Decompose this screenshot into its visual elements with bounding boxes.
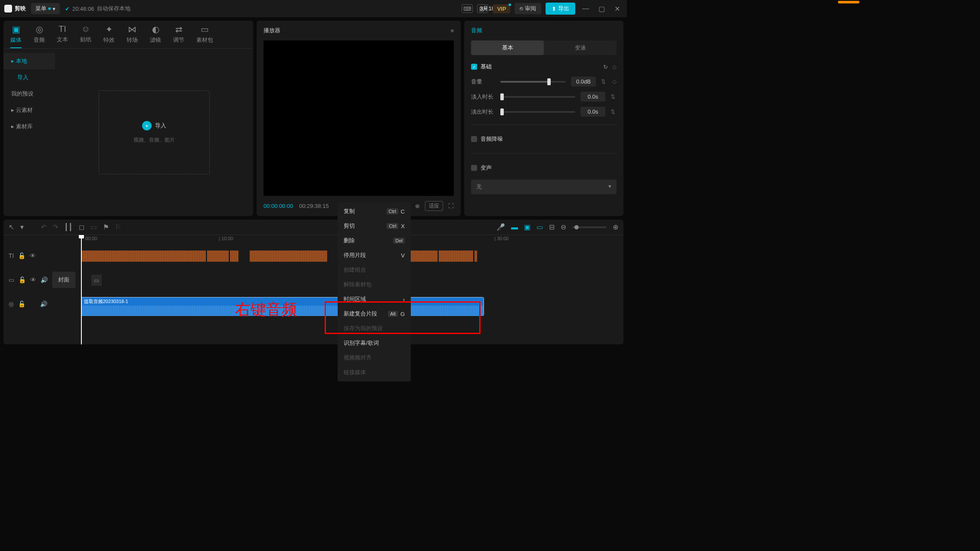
- app-name: 剪映: [15, 5, 26, 12]
- speaker-icon[interactable]: 🔊: [40, 276, 48, 283]
- ctx-save-preset: 保存为我的预设: [338, 321, 411, 336]
- reset-icon[interactable]: ↻: [603, 64, 608, 70]
- fit-button[interactable]: 适应: [425, 201, 443, 211]
- hamburger-icon[interactable]: ≡: [450, 28, 454, 34]
- link-icon[interactable]: ▣: [524, 223, 530, 231]
- ctx-recognize-subtitle[interactable]: 识别字幕/歌词: [338, 336, 411, 350]
- cursor-tool[interactable]: ↖: [9, 223, 14, 231]
- ctx-time-region[interactable]: 时间区域›: [338, 292, 411, 306]
- tool-icon[interactable]: ▭: [90, 223, 97, 231]
- volume-slider[interactable]: [500, 81, 566, 83]
- magnet-icon[interactable]: ▬: [511, 223, 518, 231]
- media-tab-effect[interactable]: ✦特效: [103, 24, 115, 48]
- zoom-out-icon[interactable]: ⊖: [561, 223, 566, 231]
- keyframe-icon[interactable]: ◇: [612, 78, 617, 85]
- checkbox-icon[interactable]: ✓: [471, 64, 477, 70]
- stepper-icon[interactable]: ⇅: [611, 93, 617, 100]
- video-track-header: ▭ 🔓 👁 🔊 封面: [3, 268, 81, 292]
- player-panel: 播放器 ≡ 00:00:00:00 00:29:38:15 ⊕ 适应 ⛶: [257, 21, 461, 216]
- lock-icon[interactable]: 🔓: [18, 252, 25, 259]
- align-icon[interactable]: ⊟: [549, 223, 555, 231]
- pack-icon: ▭: [201, 24, 209, 34]
- split-tool[interactable]: ┃┃: [64, 223, 73, 231]
- undo-button[interactable]: ↶: [41, 223, 47, 231]
- eye-icon[interactable]: 👁: [30, 276, 36, 283]
- stepper-icon[interactable]: ⇅: [611, 108, 617, 115]
- audio-clip[interactable]: 提取音频20230318-1: [81, 297, 484, 316]
- video-clip-placeholder[interactable]: ▭: [91, 275, 102, 286]
- effect-icon: ✦: [105, 24, 113, 34]
- mic-icon[interactable]: 🎤: [496, 223, 505, 231]
- inspector-title: 音频: [471, 27, 617, 34]
- export-button[interactable]: ⬆ 导出: [546, 3, 575, 15]
- audio-track-header: ◎ 🔓 🔊: [3, 292, 81, 316]
- fadeout-value[interactable]: 0.0s: [580, 107, 605, 117]
- text-track-header: TI 🔓 👁: [3, 244, 81, 268]
- media-tab-text[interactable]: TI文本: [57, 24, 68, 48]
- tab-basic[interactable]: 基本: [471, 40, 544, 55]
- vip-badge[interactable]: VIP: [493, 4, 510, 13]
- waveform: [81, 306, 484, 316]
- ctx-disable[interactable]: 停用片段V: [338, 248, 411, 263]
- fadein-row: 淡入时长 0.0s ⇅: [471, 92, 617, 102]
- ctx-compound[interactable]: 新建复合片段AltG: [338, 306, 411, 321]
- drop-zone[interactable]: + 导入 视频、音频、图片: [99, 90, 210, 174]
- eye-icon[interactable]: 👁: [30, 252, 36, 259]
- sidebar-item-preset[interactable]: 我的预设: [3, 86, 55, 102]
- chevron-down-icon[interactable]: ▾: [20, 223, 24, 231]
- cover-button[interactable]: 封面: [52, 272, 75, 288]
- maximize-button[interactable]: ▢: [596, 5, 608, 13]
- media-tab-transition[interactable]: ⋈转场: [127, 24, 138, 48]
- fullscreen-icon[interactable]: ⛶: [448, 203, 454, 209]
- sidebar-item-import[interactable]: 导入: [3, 69, 55, 86]
- voice-change-toggle[interactable]: 变声: [471, 161, 617, 175]
- crop-tool[interactable]: ◻: [79, 223, 84, 231]
- flag-tool[interactable]: ⚑: [103, 223, 109, 231]
- ctx-cut[interactable]: 剪切CtrlX: [338, 219, 411, 233]
- media-tab-adjust[interactable]: ⇄调节: [173, 24, 184, 48]
- lock-icon[interactable]: 🔓: [18, 300, 25, 307]
- video-preview[interactable]: [264, 40, 454, 196]
- media-drop-area: + 导入 视频、音频、图片: [55, 49, 253, 216]
- flag-outline-tool[interactable]: ⚐: [115, 223, 121, 231]
- media-tab-audio[interactable]: ◎音频: [34, 24, 45, 48]
- drop-hint: 视频、音频、图片: [133, 136, 175, 144]
- ctx-delete[interactable]: 删除Del: [338, 233, 411, 248]
- redo-button[interactable]: ↷: [53, 223, 58, 231]
- keyframe-icon[interactable]: ◇: [612, 64, 617, 70]
- menu-button[interactable]: 菜单 ▾: [31, 3, 60, 14]
- sidebar-item-cloud[interactable]: ▸ 云素材: [3, 102, 55, 118]
- stepper-icon[interactable]: ⇅: [601, 78, 607, 85]
- media-tab-pack[interactable]: ▭素材包: [196, 24, 213, 48]
- speaker-icon[interactable]: 🔊: [40, 300, 47, 307]
- media-tab-media[interactable]: ▣媒体: [10, 24, 22, 48]
- import-button[interactable]: + 导入: [133, 121, 175, 130]
- zoom-icon[interactable]: ⊕: [415, 203, 420, 209]
- zoom-in-icon[interactable]: ⊕: [613, 223, 618, 231]
- preview-icon[interactable]: ▭: [537, 223, 543, 231]
- minimize-button[interactable]: —: [580, 5, 592, 12]
- close-button[interactable]: ✕: [612, 5, 623, 13]
- lock-icon[interactable]: 🔓: [19, 276, 26, 283]
- playhead[interactable]: [81, 235, 82, 344]
- fadein-slider[interactable]: [500, 96, 575, 98]
- review-button[interactable]: ⎋ 审阅: [515, 3, 541, 14]
- chevron-down-icon: ▾: [608, 183, 611, 191]
- volume-value[interactable]: 0.0dB: [571, 77, 596, 87]
- tab-speed[interactable]: 变速: [544, 40, 617, 55]
- voice-select[interactable]: 无▾: [471, 180, 617, 194]
- keyboard-icon[interactable]: ⌨: [462, 4, 473, 13]
- plus-icon: +: [142, 121, 152, 130]
- sidebar-item-local[interactable]: ▸ 本地: [3, 53, 55, 69]
- fadeout-slider[interactable]: [500, 111, 575, 113]
- fadein-value[interactable]: 0.0s: [580, 92, 605, 102]
- sidebar-item-library[interactable]: ▸ 素材库: [3, 118, 55, 135]
- media-tab-sticker[interactable]: ☺贴纸: [80, 24, 91, 48]
- media-icon: ▣: [12, 24, 20, 34]
- media-tab-filter[interactable]: ◐滤镜: [150, 24, 161, 48]
- noise-reduction-toggle[interactable]: 音频降噪: [471, 132, 617, 146]
- ctx-copy[interactable]: 复制CtrlC: [338, 204, 411, 219]
- total-time: 00:29:38:15: [299, 203, 329, 209]
- zoom-slider[interactable]: [572, 226, 607, 228]
- main-area: ▣媒体 ◎音频 TI文本 ☺贴纸 ✦特效 ⋈转场 ◐滤镜 ⇄调节 ▭素材包 ▸ …: [0, 17, 627, 220]
